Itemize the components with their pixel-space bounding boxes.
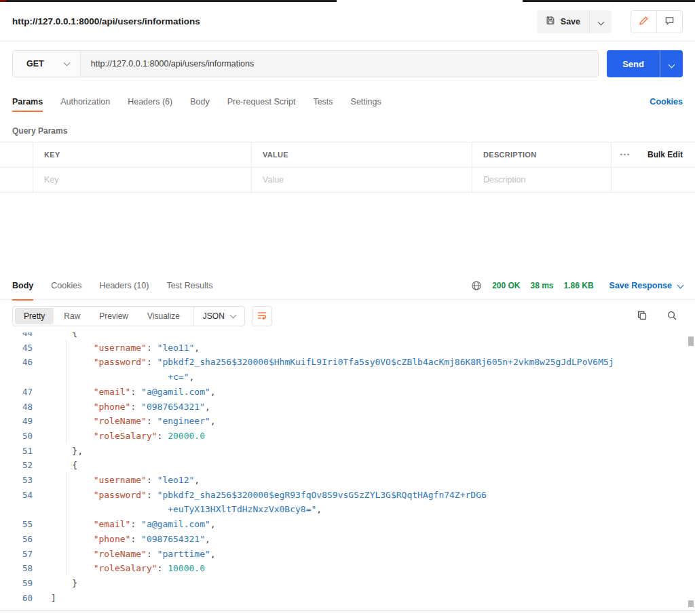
- comments-button[interactable]: [657, 11, 682, 33]
- save-button[interactable]: Save: [537, 10, 590, 33]
- app-tabbar-edge: [0, 0, 695, 2]
- response-view-row: Pretty Raw Preview Visualize JSON: [0, 300, 695, 332]
- code-lines: 44 {45 "username": "leo11",46 "password"…: [0, 332, 695, 605]
- response-tabs-row: Body Cookies Headers (10) Test Results 2…: [0, 271, 695, 300]
- pencil-icon: [639, 16, 649, 28]
- code-text: "phone": "0987654321",: [33, 400, 210, 415]
- table-row: [0, 168, 695, 193]
- edit-button[interactable]: [631, 11, 656, 33]
- header-actions: Save: [537, 10, 683, 33]
- code-text: },: [33, 444, 83, 459]
- tab-params[interactable]: Params: [12, 94, 43, 109]
- wrap-lines-button[interactable]: [252, 306, 272, 326]
- view-tab-pretty[interactable]: Pretty: [15, 308, 54, 324]
- copy-icon: [637, 310, 647, 323]
- code-text: "email": "a@gamil.com",: [33, 385, 216, 400]
- code-text: {: [33, 332, 77, 341]
- view-tab-visualize[interactable]: Visualize: [138, 308, 189, 324]
- tab-tests[interactable]: Tests: [313, 94, 333, 109]
- param-key-input[interactable]: [44, 175, 251, 185]
- chevron-down-icon: [63, 60, 70, 66]
- code-line: 47 "email": "a@gamil.com",: [0, 385, 695, 400]
- copy-button[interactable]: [637, 310, 647, 323]
- tabbar-active-tab-gap: [337, 0, 523, 2]
- line-number: 54: [0, 488, 33, 517]
- code-line: 49 "roleName": "engineer",: [0, 414, 695, 429]
- param-value-input[interactable]: [263, 175, 472, 185]
- bottom-border: [0, 611, 695, 616]
- tab-authorization[interactable]: Authorization: [60, 94, 110, 109]
- code-text: "phone": "0987654321",: [33, 532, 210, 547]
- line-number: 55: [0, 517, 33, 532]
- tab-headers[interactable]: Headers (6): [128, 94, 172, 109]
- search-icon: [666, 310, 677, 323]
- view-tab-preview[interactable]: Preview: [90, 308, 137, 324]
- vertical-scrollbar[interactable]: [687, 332, 695, 611]
- cookies-link[interactable]: Cookies: [650, 97, 683, 107]
- code-line: 57 "roleName": "parttime",: [0, 547, 695, 562]
- column-header-description: DESCRIPTION: [472, 142, 611, 167]
- view-tab-raw[interactable]: Raw: [55, 308, 89, 324]
- more-options-icon[interactable]: •••: [611, 142, 639, 167]
- empty-cell: [611, 168, 639, 192]
- table-header-row: KEY VALUE DESCRIPTION ••• Bulk Edit: [0, 142, 695, 168]
- line-number: 60: [0, 591, 33, 606]
- column-header-value: VALUE: [251, 142, 472, 167]
- method-label: GET: [26, 59, 44, 69]
- scrollbar-corner: [688, 600, 694, 607]
- bulk-edit-button[interactable]: Bulk Edit: [639, 142, 695, 167]
- url-input[interactable]: [81, 51, 599, 77]
- save-icon: [546, 16, 555, 27]
- code-line: 59 }: [0, 576, 695, 591]
- save-options-button[interactable]: [590, 10, 612, 33]
- code-line: 46 "password": "pbkdf2_sha256$320000$Hhm…: [0, 355, 695, 384]
- code-text: "password": "pbkdf2_sha256$320000$egR93f…: [33, 488, 487, 517]
- code-text: "password": "pbkdf2_sha256$320000$HhmKui…: [33, 355, 614, 384]
- save-button-label: Save: [561, 17, 580, 26]
- chevron-down-icon: [597, 19, 604, 26]
- save-response-label: Save Response: [609, 281, 672, 290]
- response-time: 38 ms: [531, 281, 554, 290]
- line-number: 44: [0, 332, 33, 341]
- line-number: 58: [0, 561, 33, 576]
- view-tab-group: Pretty Raw Preview Visualize JSON: [12, 306, 245, 326]
- response-tabs: Body Cookies Headers (10) Test Results: [12, 271, 212, 300]
- line-number: 46: [0, 355, 33, 384]
- request-tabs-row: Params Authorization Headers (6) Body Pr…: [0, 86, 695, 117]
- format-select[interactable]: JSON: [193, 307, 244, 326]
- send-options-button[interactable]: [660, 50, 683, 77]
- response-tab-headers[interactable]: Headers (10): [99, 271, 149, 300]
- code-text: "email": "a@gamil.com",: [33, 517, 216, 532]
- request-title: http://127.0.0.1:8000/api/users/informat…: [12, 16, 200, 26]
- tab-pre-request-script[interactable]: Pre-request Script: [227, 94, 296, 109]
- code-text: "username": "leo11",: [33, 341, 200, 355]
- chevron-down-icon: [669, 61, 675, 68]
- send-button[interactable]: Send: [607, 50, 660, 77]
- code-line: 52 {: [0, 458, 695, 473]
- tab-body[interactable]: Body: [190, 94, 210, 109]
- request-header: http://127.0.0.1:8000/api/users/informat…: [0, 2, 695, 41]
- response-action-icons: [637, 310, 683, 323]
- scrollbar-thumb[interactable]: [688, 336, 694, 346]
- response-tab-test-results[interactable]: Test Results: [166, 271, 212, 300]
- line-number: 56: [0, 532, 33, 547]
- code-text: "roleName": "parttime",: [33, 547, 216, 562]
- globe-icon[interactable]: [471, 280, 482, 291]
- tab-settings[interactable]: Settings: [351, 94, 381, 109]
- param-description-input[interactable]: [483, 175, 611, 185]
- edit-comment-group: [631, 10, 683, 33]
- request-tabs: Params Authorization Headers (6) Body Pr…: [12, 94, 381, 109]
- column-header-key: KEY: [33, 142, 251, 167]
- method-select[interactable]: GET: [13, 51, 81, 77]
- row-select-gutter: [0, 142, 33, 167]
- indent-guide: [66, 341, 67, 443]
- response-tab-body[interactable]: Body: [12, 271, 33, 300]
- search-button[interactable]: [666, 310, 677, 323]
- save-response-button[interactable]: Save Response: [609, 281, 683, 290]
- response-tab-cookies[interactable]: Cookies: [51, 271, 81, 300]
- response-body-viewer[interactable]: 44 {45 "username": "leo11",46 "password"…: [0, 332, 695, 611]
- line-number: 57: [0, 547, 33, 562]
- code-text: ]: [33, 591, 56, 606]
- indent-guide: [66, 472, 67, 575]
- code-line: 53 "username": "leo12",: [0, 473, 695, 488]
